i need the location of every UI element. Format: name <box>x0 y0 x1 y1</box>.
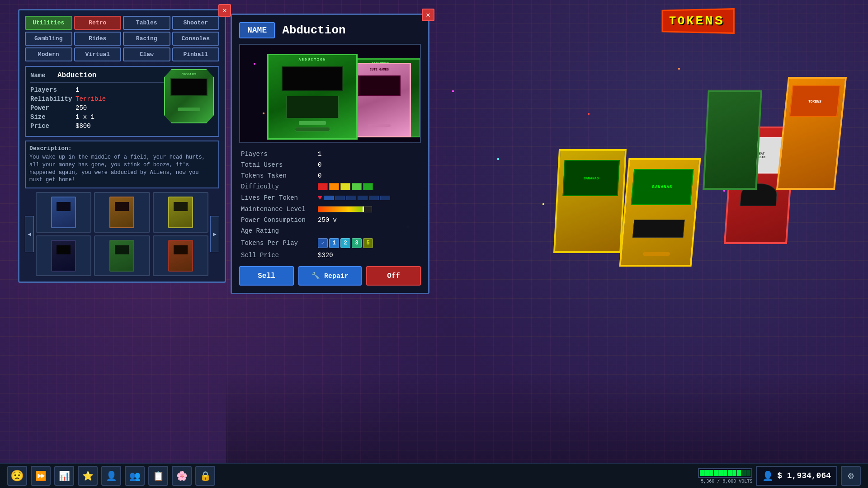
maintenance-label: Maintenance Level <box>241 206 318 213</box>
scatter-dot <box>542 203 544 205</box>
sell-price-value: $320 <box>318 252 333 259</box>
stat-maintenance: Maintenance Level <box>241 206 419 213</box>
description-box: Description: You wake up in the middle o… <box>25 141 219 188</box>
arcade-green-main: ABDUCTION <box>267 54 358 140</box>
power-seg-2 <box>704 470 708 476</box>
power-seg-3 <box>709 470 713 476</box>
tab-pinball[interactable]: Pinball <box>172 47 220 61</box>
power-seg-6 <box>723 470 727 476</box>
tab-consoles[interactable]: Consoles <box>172 32 220 46</box>
machine-preview: ABDUCTION <box>164 69 214 123</box>
scroll-right-button[interactable]: ▶ <box>210 216 219 252</box>
person-button[interactable]: 👤 <box>101 466 121 486</box>
tab-shooter[interactable]: Shooter <box>172 16 220 30</box>
stat-difficulty: Difficulty <box>241 183 419 190</box>
tab-gambling[interactable]: Gambling <box>25 32 72 46</box>
maintenance-bar <box>318 206 372 212</box>
scroll-left-button[interactable]: ◀ <box>25 216 34 252</box>
power-consumption-label: Power Consumption <box>241 216 318 224</box>
tab-tables[interactable]: Tables <box>123 16 170 30</box>
repair-button[interactable]: 🔧 Repair <box>298 266 362 286</box>
mood-button[interactable]: 😟 <box>7 466 27 486</box>
total-users-value: 0 <box>318 161 321 169</box>
lock-button[interactable]: 🔒 <box>195 466 215 486</box>
life-seg-4 <box>358 196 368 200</box>
settings-icon: ⚙ <box>848 470 854 482</box>
name-label: Name <box>30 72 57 79</box>
difficulty-seg-4 <box>352 183 362 190</box>
chart-button[interactable]: 📊 <box>54 466 74 486</box>
thumbnail-4[interactable] <box>36 235 91 276</box>
tab-virtual[interactable]: Virtual <box>74 47 122 61</box>
settings-button[interactable]: ⚙ <box>841 466 861 486</box>
difficulty-seg-2 <box>329 183 339 190</box>
tokens-taken-value: 0 <box>318 172 321 179</box>
flower-button[interactable]: 🌸 <box>172 466 192 486</box>
price-row: Price $800 <box>30 122 214 130</box>
thumbnail-5[interactable] <box>94 235 150 276</box>
scatter-dot <box>723 190 725 192</box>
stats-section: Players 1 Total Users 0 Tokens Taken 0 D… <box>239 150 421 259</box>
power-seg-5 <box>718 470 722 476</box>
sell-button[interactable]: Sell <box>239 266 294 286</box>
thumbnail-1[interactable] <box>36 192 91 233</box>
thumbnail-6[interactable] <box>153 235 208 276</box>
img-dot <box>263 113 264 114</box>
fast-forward-button[interactable]: ⏩ <box>31 466 51 486</box>
group-button[interactable]: 👥 <box>125 466 145 486</box>
left-panel-close-button[interactable]: ✕ <box>218 4 231 17</box>
machine-info-box: ABDUCTION Name Abduction Players 1 Relia… <box>25 66 219 137</box>
tab-utilities[interactable]: Utilities <box>25 16 72 30</box>
person-icon: 👤 <box>106 470 117 482</box>
tokens-taken-label: Tokens Taken <box>241 172 318 179</box>
difficulty-seg-3 <box>340 183 350 190</box>
list-button[interactable]: 📋 <box>148 466 168 486</box>
life-seg-1 <box>324 196 334 200</box>
tab-claw[interactable]: Claw <box>123 47 170 61</box>
thumbnail-3[interactable] <box>153 192 208 233</box>
star-button[interactable]: ⭐ <box>78 466 98 486</box>
scatter-dot <box>588 113 590 115</box>
stat-lives: Lives Per Token ♥ <box>241 194 419 202</box>
heart-icon: ♥ <box>318 194 322 202</box>
difficulty-label: Difficulty <box>241 183 318 190</box>
flower-icon: 🌸 <box>176 470 188 482</box>
size-value: 1 x 1 <box>75 113 94 121</box>
token-badge-1: 1 <box>329 238 339 248</box>
modal-close-button[interactable]: ✕ <box>422 9 434 21</box>
tab-retro[interactable]: Retro <box>74 16 122 30</box>
players-label: Players <box>30 86 75 94</box>
age-rating-label: Age Rating <box>241 227 318 235</box>
price-label: Price <box>30 122 75 130</box>
power-label: Power <box>30 104 75 112</box>
thumbnails-grid <box>36 192 208 276</box>
money-value: $ 1,934,064 <box>777 471 831 480</box>
stat-sell-price: Sell Price $320 <box>241 252 419 259</box>
stat-power: Power Consumption 250 v <box>241 216 419 224</box>
power-label: 5,360 / 6,000 VOLTS <box>701 479 752 484</box>
bg-arcade-green <box>703 90 762 190</box>
tab-modern[interactable]: Modern <box>25 47 72 61</box>
difficulty-bar <box>318 183 373 190</box>
machine-detail-modal: ✕ NAME Abduction ABDUCTION <box>231 14 429 294</box>
power-meter: 5,360 / 6,000 VOLTS <box>698 468 752 484</box>
power-consumption-value: 250 v <box>318 216 337 224</box>
power-bar-container <box>698 468 752 478</box>
tab-rides[interactable]: Rides <box>74 32 122 46</box>
action-buttons: Sell 🔧 Repair Off <box>239 266 421 286</box>
machine-sprite: ABDUCTION <box>164 69 214 123</box>
star-icon: ⭐ <box>82 470 94 482</box>
tab-racing[interactable]: Racing <box>123 32 170 46</box>
thumbnail-2[interactable] <box>94 192 150 233</box>
off-button[interactable]: Off <box>366 266 421 286</box>
description-title: Description: <box>29 145 215 152</box>
token-badge-3: 3 <box>352 238 362 248</box>
tokens-per-play-label: Tokens Per Play <box>241 239 318 247</box>
list-icon: 📋 <box>153 470 164 482</box>
life-seg-3 <box>346 196 356 200</box>
total-users-label: Total Users <box>241 161 318 169</box>
power-seg-1 <box>700 470 704 476</box>
lock-icon: 🔒 <box>200 470 211 482</box>
group-icon: 👥 <box>129 470 141 482</box>
power-seg-11 <box>746 470 750 476</box>
